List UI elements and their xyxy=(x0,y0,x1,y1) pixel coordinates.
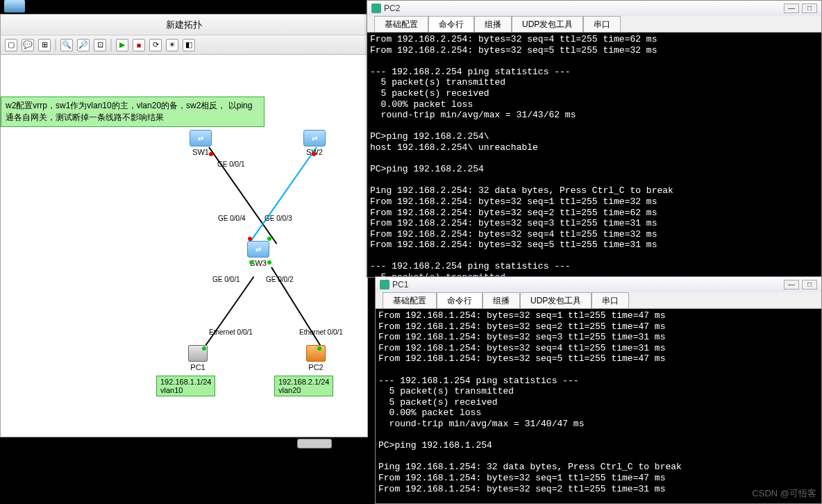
maximize-button[interactable]: □ xyxy=(802,280,817,289)
port-label: GE 0/0/1 xyxy=(217,160,244,168)
tab-cli[interactable]: 命令行 xyxy=(437,292,483,308)
port-dot xyxy=(317,346,321,351)
port-label: Ethernet 0/0/1 xyxy=(209,328,253,336)
pc1-title-bar[interactable]: PC1 — □ xyxy=(376,277,821,292)
watermark: CSDN @可悟客 xyxy=(752,487,816,500)
window-title: PC1 xyxy=(392,280,408,289)
tb-icon-9[interactable]: ☀ xyxy=(166,39,178,51)
port-label: Ethernet 0/0/1 xyxy=(299,328,343,336)
app-icon xyxy=(371,3,381,13)
device-pc2[interactable]: PC2 xyxy=(306,345,326,371)
tab-serial[interactable]: 串口 xyxy=(583,16,621,32)
port-dot xyxy=(248,237,252,241)
tb-icon-5[interactable]: ⊡ xyxy=(94,39,106,51)
port-dot xyxy=(249,260,253,264)
port-dot xyxy=(267,237,271,241)
pc-icon xyxy=(306,345,326,362)
minimize-button[interactable]: — xyxy=(784,280,799,289)
tab-udp[interactable]: UDP发包工具 xyxy=(512,16,583,32)
pc2-terminal[interactable]: From 192.168.2.254: bytes=32 seq=4 ttl=2… xyxy=(367,33,821,277)
port-dot xyxy=(312,152,316,156)
ip-box-pc1: 192.168.1.1/24 vlan10 xyxy=(156,376,215,396)
tab-cli[interactable]: 命令行 xyxy=(428,16,474,32)
tb-icon-1[interactable]: 💬 xyxy=(22,39,34,51)
switch-icon xyxy=(190,130,212,146)
pc2-tabs: 基础配置 命令行 组播 UDP发包工具 串口 xyxy=(367,16,821,33)
tb-icon-4[interactable]: 🔎 xyxy=(77,39,90,51)
tab-basic-config[interactable]: 基础配置 xyxy=(383,292,437,308)
stop-button[interactable]: ■ xyxy=(133,39,145,51)
port-label: GE 0/0/4 xyxy=(218,215,245,222)
switch-icon xyxy=(303,130,326,146)
maximize-button[interactable]: □ xyxy=(802,3,817,13)
tab-udp[interactable]: UDP发包工具 xyxy=(520,292,592,308)
minimize-button[interactable]: — xyxy=(784,3,799,13)
link-sw3-pc1 xyxy=(201,276,254,351)
desktop-shortcut-icon[interactable] xyxy=(4,0,32,14)
port-label: GE 0/0/3 xyxy=(265,215,292,222)
tb-icon-3[interactable]: 🔍 xyxy=(60,39,73,51)
device-label: PC1 xyxy=(190,363,205,371)
play-button[interactable]: ▶ xyxy=(116,39,128,51)
link-sw2-sw3 xyxy=(248,146,317,245)
pc2-window: PC2 — □ 基础配置 命令行 组播 UDP发包工具 串口 From 192.… xyxy=(367,0,822,278)
tab-multicast[interactable]: 组播 xyxy=(474,16,512,32)
port-dot xyxy=(202,346,206,351)
tb-icon-8[interactable]: ⟳ xyxy=(149,39,162,51)
device-label: SW1 xyxy=(192,148,209,156)
pc1-terminal[interactable]: From 192.168.1.254: bytes=32 seq=1 ttl=2… xyxy=(376,309,821,503)
port-label: GE 0/0/2 xyxy=(266,276,293,283)
device-sw1[interactable]: SW1 xyxy=(190,130,212,156)
pc2-title-bar[interactable]: PC2 — □ xyxy=(367,1,821,16)
app-icon xyxy=(380,280,389,289)
separator xyxy=(55,39,56,51)
topology-canvas[interactable]: w2配置vrrp，sw1作为vlan10的主，vlan20的备，sw2相反， 以… xyxy=(1,55,367,437)
config-note: w2配置vrrp，sw1作为vlan10的主，vlan20的备，sw2相反， 以… xyxy=(1,96,265,127)
pc1-window: PC1 — □ 基础配置 命令行 组播 UDP发包工具 串口 From 192.… xyxy=(375,276,822,504)
window-title: PC2 xyxy=(384,3,400,13)
port-dot xyxy=(267,260,271,264)
device-label: PC2 xyxy=(308,363,323,371)
port-dot xyxy=(209,152,213,156)
tab-serial[interactable]: 串口 xyxy=(592,292,629,308)
ip-box-pc2: 192.168.2.1/24 vlan20 xyxy=(274,376,333,396)
tb-icon-10[interactable]: ◧ xyxy=(183,39,195,51)
toolbar: ▢ 💬 ⊞ 🔍 🔎 ⊡ ▶ ■ ⟳ ☀ ◧ xyxy=(1,35,367,55)
topology-window: 新建拓扑 ▢ 💬 ⊞ 🔍 🔎 ⊡ ▶ ■ ⟳ ☀ ◧ w2配置vrrp，sw1作… xyxy=(0,14,368,437)
topology-title: 新建拓扑 xyxy=(1,15,367,35)
pc1-tabs: 基础配置 命令行 组播 UDP发包工具 串口 xyxy=(376,292,821,309)
switch-icon xyxy=(247,241,269,258)
port-label: GE 0/0/1 xyxy=(212,276,240,283)
tb-icon-0[interactable]: ▢ xyxy=(5,39,17,51)
tb-icon-2[interactable]: ⊞ xyxy=(38,39,51,51)
separator xyxy=(110,39,112,51)
tab-multicast[interactable]: 组播 xyxy=(483,292,520,308)
scrollbar-thumb[interactable] xyxy=(297,439,332,448)
tab-basic-config[interactable]: 基础配置 xyxy=(374,16,428,32)
